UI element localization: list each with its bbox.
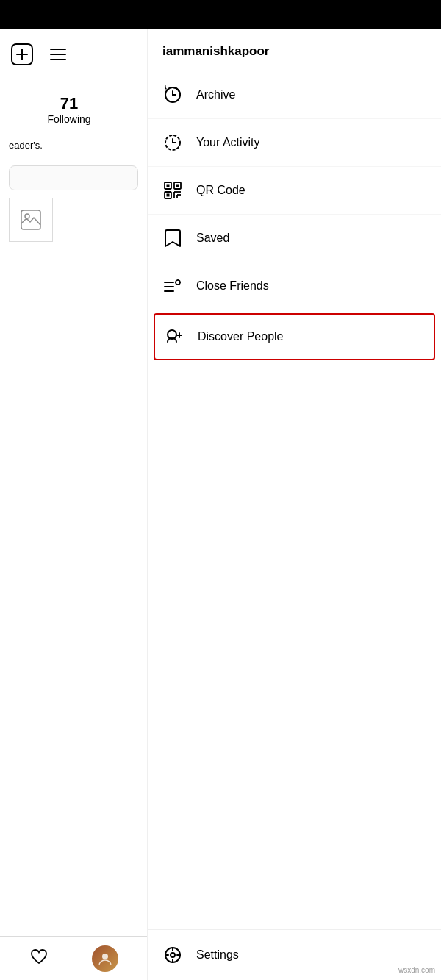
archive-icon	[162, 85, 183, 105]
svg-point-21	[176, 280, 180, 285]
menu-item-archive[interactable]: Archive	[148, 71, 441, 119]
settings-item[interactable]: Settings	[148, 929, 441, 980]
menu-username: iammanishkapoor	[162, 44, 270, 58]
menu-item-qr-code[interactable]: QR Code	[148, 167, 441, 215]
svg-point-5	[102, 954, 108, 959]
close-friends-label: Close Friends	[196, 279, 269, 293]
your-activity-label: Your Activity	[196, 136, 260, 149]
watermark: wsxdn.com	[398, 966, 435, 974]
archive-label: Archive	[196, 88, 235, 101]
qr-code-label: QR Code	[196, 184, 245, 197]
discover-icon	[164, 326, 184, 347]
saved-icon	[162, 228, 183, 248]
svg-rect-11	[167, 185, 170, 187]
menu-header: iammanishkapoor	[148, 29, 441, 71]
hamburger-line-1	[50, 49, 66, 50]
bio-text: eader's.	[0, 132, 147, 158]
hamburger-menu-button[interactable]	[47, 43, 69, 65]
qr-icon	[162, 180, 183, 201]
svg-point-4	[25, 214, 29, 218]
photo-grid-stub	[9, 198, 53, 242]
menu-items-list: Archive Your Activity	[148, 71, 441, 360]
hamburger-line-2	[50, 54, 66, 55]
settings-label: Settings	[196, 948, 239, 962]
settings-icon	[162, 945, 183, 965]
activity-icon	[162, 132, 183, 153]
heart-icon[interactable]	[29, 947, 49, 970]
status-bar	[0, 0, 441, 29]
svg-rect-3	[21, 210, 40, 229]
search-bar[interactable]	[9, 165, 138, 190]
following-label: Following	[0, 113, 138, 125]
bottom-nav	[0, 936, 147, 980]
profile-stats: 71 Following	[0, 79, 147, 132]
avatar[interactable]	[92, 945, 118, 972]
menu-item-your-activity[interactable]: Your Activity	[148, 119, 441, 167]
menu-item-close-friends[interactable]: Close Friends	[148, 262, 441, 310]
svg-rect-13	[167, 194, 170, 197]
close-friends-icon	[162, 276, 183, 296]
hamburger-line-3	[50, 59, 66, 60]
add-post-button[interactable]	[9, 41, 35, 68]
left-panel: 71 Following eader's.	[0, 29, 147, 980]
menu-item-discover-people[interactable]: Discover People	[154, 313, 435, 360]
discover-people-label: Discover People	[198, 330, 284, 343]
svg-rect-12	[176, 185, 179, 187]
saved-label: Saved	[196, 232, 229, 245]
app-container: 71 Following eader's.	[0, 29, 441, 980]
following-count: 71	[0, 94, 138, 113]
right-panel: iammanishkapoor Archive	[147, 29, 441, 980]
menu-item-saved[interactable]: Saved	[148, 215, 441, 262]
svg-point-30	[171, 953, 175, 957]
profile-header	[0, 29, 147, 79]
